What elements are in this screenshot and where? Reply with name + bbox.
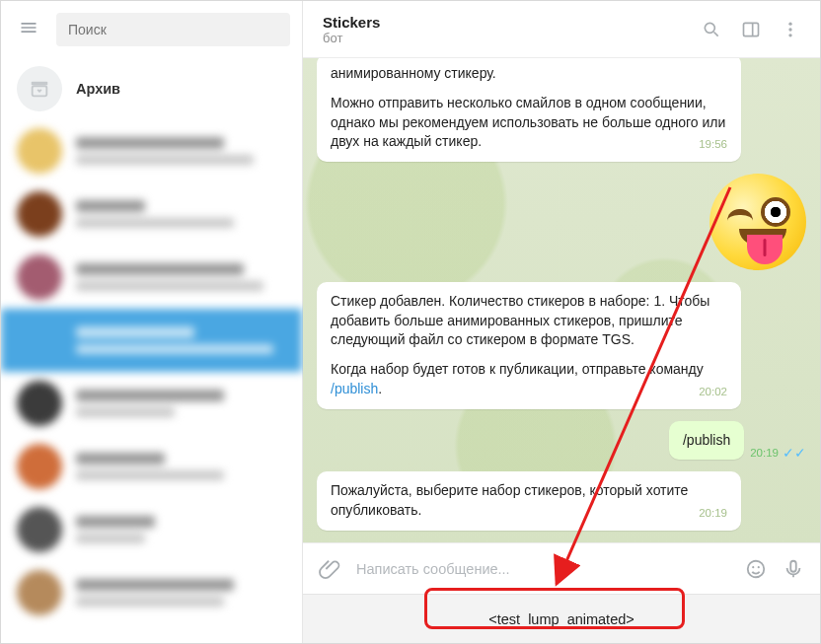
svg-point-9 — [752, 566, 754, 568]
read-ticks-icon: ✓✓ — [783, 446, 806, 460]
archive-icon — [17, 66, 62, 111]
message-incoming[interactable]: Пожалуйста, выберите набор стикеров, кот… — [317, 471, 741, 531]
chat-panel: Stickers бот анимированному стикеру. Мож… — [303, 1, 820, 643]
message-outgoing[interactable]: /publish — [669, 421, 744, 461]
message-incoming[interactable]: анимированному стикеру. Можно отправить … — [317, 58, 741, 162]
wink-sticker[interactable] — [709, 174, 806, 270]
svg-point-2 — [705, 23, 714, 33]
chat-list-item[interactable] — [1, 561, 302, 624]
message-time: 20:19 — [699, 505, 727, 521]
voice-mic-icon[interactable] — [783, 558, 804, 580]
svg-rect-11 — [790, 560, 796, 571]
chat-list-item[interactable] — [1, 246, 302, 309]
chat-title[interactable]: Stickers — [323, 14, 380, 31]
publish-command-link[interactable]: /publish — [331, 381, 378, 396]
svg-point-7 — [788, 34, 791, 36]
chat-list-item[interactable] — [1, 309, 302, 372]
attach-icon[interactable] — [319, 558, 340, 580]
sidebar: Архив — [1, 1, 303, 643]
svg-point-10 — [758, 566, 760, 568]
chat-list-item[interactable] — [1, 119, 302, 182]
svg-point-6 — [788, 28, 791, 31]
archive-label: Архив — [76, 81, 120, 97]
more-menu-icon[interactable] — [781, 20, 800, 39]
chat-subtitle: бот — [323, 31, 380, 45]
chat-list-item[interactable] — [1, 372, 302, 435]
message-time: 20:19 — [750, 447, 779, 459]
archive-row[interactable]: Архив — [1, 58, 302, 119]
message-time: 20:02 — [699, 384, 727, 399]
svg-point-5 — [788, 22, 791, 25]
svg-rect-0 — [32, 82, 48, 86]
side-panel-icon[interactable] — [741, 20, 761, 39]
svg-point-8 — [748, 560, 765, 577]
chat-header: Stickers бот — [303, 1, 820, 58]
search-box[interactable] — [56, 13, 290, 46]
chat-body[interactable]: анимированному стикеру. Можно отправить … — [303, 58, 820, 542]
chat-list — [1, 119, 302, 643]
message-input[interactable] — [356, 561, 729, 577]
search-input[interactable] — [68, 22, 278, 37]
bot-suggestion-text[interactable]: <test_lump_animated> — [488, 611, 634, 627]
bot-suggestion-bar[interactable]: <test_lump_animated> — [303, 594, 820, 643]
message-input-bar — [303, 542, 820, 594]
message-time: 19:56 — [699, 136, 727, 152]
chat-list-item[interactable] — [1, 435, 302, 498]
chat-list-item[interactable] — [1, 498, 302, 561]
message-incoming[interactable]: Стикер добавлен. Количество стикеров в н… — [317, 282, 741, 408]
chat-list-item[interactable] — [1, 182, 302, 246]
svg-rect-3 — [744, 23, 759, 36]
search-in-chat-icon[interactable] — [702, 20, 721, 39]
emoji-icon[interactable] — [745, 558, 767, 580]
hamburger-menu-icon[interactable] — [13, 12, 44, 48]
